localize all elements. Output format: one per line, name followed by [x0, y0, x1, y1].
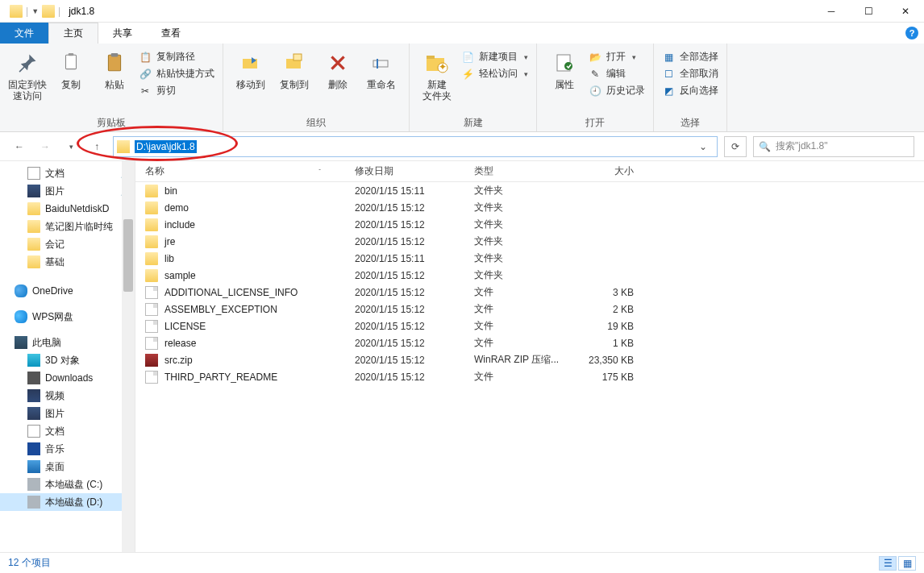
address-folder-icon [117, 140, 130, 153]
file-type: 文件夹 [464, 251, 564, 265]
address-bar[interactable]: D:\java\jdk1.8 ⌄ [113, 136, 718, 157]
tree-item[interactable]: 视频 [0, 387, 135, 405]
refresh-button[interactable]: ⟳ [724, 136, 747, 157]
tree-item[interactable]: 文档 [0, 422, 135, 440]
address-dropdown-icon[interactable]: ⌄ [693, 141, 714, 152]
table-row[interactable]: demo2020/1/15 15:12文件夹 [135, 199, 924, 216]
table-row[interactable]: bin2020/1/15 15:11文件夹 [135, 182, 924, 199]
navigation-tree[interactable]: 文档📌图片📌BaiduNetdiskD笔记图片临时纯会记基础 OneDrive … [0, 161, 135, 552]
cut-button[interactable]: ✂剪切 [139, 84, 214, 98]
tree-onedrive[interactable]: OneDrive [0, 282, 135, 300]
table-row[interactable]: ASSEMBLY_EXCEPTION2020/1/15 15:12文件2 KB [135, 301, 924, 318]
tree-this-pc[interactable]: 此电脑 [0, 334, 135, 351]
tree-item[interactable]: 3D 对象 [0, 351, 135, 369]
tree-item[interactable]: Downloads [0, 369, 135, 387]
new-folder-button[interactable]: ✦ 新建 文件夹 [418, 47, 456, 102]
new-item-button[interactable]: 📄新建项目▾ [461, 50, 528, 64]
file-icon [145, 354, 158, 367]
view-details-button[interactable]: ☰ [879, 556, 897, 571]
tree-item[interactable]: BaiduNetdiskD [0, 200, 135, 218]
tree-item-icon [27, 460, 40, 473]
window-title: jdk1.8 [69, 6, 94, 17]
delete-button[interactable]: 删除 [318, 47, 357, 90]
tree-item-label: 视频 [45, 389, 65, 403]
back-button[interactable]: ← [10, 137, 29, 156]
up-button[interactable]: ↑ [87, 137, 106, 156]
scroll-thumb[interactable] [123, 219, 133, 292]
copy-to-icon [281, 50, 307, 76]
forward-button[interactable]: → [35, 137, 55, 156]
col-header-name[interactable]: 名称 ˆ [135, 164, 345, 178]
sort-indicator-icon: ˆ [318, 168, 321, 175]
tab-share[interactable]: 共享 [98, 23, 147, 44]
table-row[interactable]: src.zip2020/1/15 15:12WinRAR ZIP 压缩...23… [135, 351, 924, 368]
col-header-size[interactable]: 大小 [564, 164, 645, 178]
tree-item[interactable]: 本地磁盘 (D:) [0, 493, 135, 511]
tree-item[interactable]: 笔记图片临时纯 [0, 218, 135, 235]
history-button[interactable]: 🕘历史记录 [589, 84, 645, 98]
tab-home[interactable]: 主页 [48, 23, 98, 44]
tree-scrollbar[interactable] [122, 161, 135, 552]
col-header-date[interactable]: 修改日期 [345, 164, 464, 178]
tree-item[interactable]: 桌面 [0, 458, 135, 475]
tree-item[interactable]: 会记 [0, 235, 135, 253]
rename-button[interactable]: 重命名 [362, 47, 401, 90]
file-size: 3 KB [564, 287, 645, 298]
table-row[interactable]: sample2020/1/15 15:12文件夹 [135, 267, 924, 284]
minimize-button[interactable]: ─ [813, 0, 850, 23]
properties-icon [551, 50, 577, 76]
file-icon [145, 252, 158, 265]
tree-item[interactable]: 基础 [0, 253, 135, 271]
search-box[interactable]: 🔍 搜索"jdk1.8" [753, 136, 914, 157]
table-row[interactable]: ADDITIONAL_LICENSE_INFO2020/1/15 15:12文件… [135, 284, 924, 301]
file-size: 19 KB [564, 321, 645, 332]
paste-button[interactable]: 粘贴 [95, 47, 134, 90]
table-row[interactable]: LICENSE2020/1/15 15:12文件19 KB [135, 318, 924, 334]
tab-file[interactable]: 文件 [0, 23, 48, 44]
invert-selection-button[interactable]: ◩反向选择 [662, 84, 718, 98]
col-header-type[interactable]: 类型 [464, 164, 564, 178]
tree-item[interactable]: 音乐 [0, 440, 135, 458]
table-row[interactable]: release2020/1/15 15:12文件1 KB [135, 334, 924, 351]
file-type: 文件夹 [464, 268, 564, 282]
group-open: 属性 📂打开▾ ✎编辑 🕘历史记录 打开 [537, 44, 654, 131]
easy-access-button[interactable]: ⚡轻松访问▾ [461, 67, 528, 81]
table-row[interactable]: lib2020/1/15 15:11文件夹 [135, 250, 924, 267]
tree-wps[interactable]: WPS网盘 [0, 308, 135, 326]
maximize-button[interactable]: ☐ [850, 0, 887, 23]
copy-path-button[interactable]: 📋复制路径 [139, 50, 214, 64]
easy-access-icon: ⚡ [461, 68, 474, 81]
paste-shortcut-button[interactable]: 🔗粘贴快捷方式 [139, 67, 214, 81]
select-none-button[interactable]: ☐全部取消 [662, 67, 718, 81]
file-type: 文件夹 [464, 184, 564, 197]
move-to-button[interactable]: 移动到 [231, 47, 270, 90]
qat-chevron-icon[interactable]: ▼ [31, 7, 39, 15]
pin-to-quick-access-button[interactable]: 固定到快 速访问 [8, 47, 47, 102]
help-button[interactable]: ? [900, 23, 924, 44]
copy-icon [58, 50, 84, 76]
copy-button[interactable]: 复制 [52, 47, 90, 90]
copy-to-button[interactable]: 复制到 [275, 47, 314, 90]
paste-icon [102, 50, 127, 76]
copy-path-icon: 📋 [139, 51, 152, 64]
file-name: jre [164, 236, 175, 247]
properties-button[interactable]: 属性 [545, 47, 584, 90]
chevron-down-icon: ▾ [524, 70, 528, 78]
tree-item[interactable]: 文档📌 [0, 164, 135, 182]
qat-folder-icon[interactable] [42, 5, 55, 18]
tree-item[interactable]: 图片 [0, 405, 135, 422]
tree-item[interactable]: 图片📌 [0, 182, 135, 200]
tab-view[interactable]: 查看 [147, 23, 195, 44]
tree-item[interactable]: 本地磁盘 (C:) [0, 475, 135, 493]
address-path[interactable]: D:\java\jdk1.8 [135, 140, 197, 153]
tree-item-icon [27, 478, 40, 491]
edit-button[interactable]: ✎编辑 [589, 67, 645, 81]
close-button[interactable]: ✕ [887, 0, 924, 23]
select-all-button[interactable]: ▦全部选择 [662, 50, 718, 64]
view-icons-button[interactable]: ▦ [898, 556, 916, 571]
recent-locations-button[interactable]: ▾ [61, 137, 81, 156]
open-button[interactable]: 📂打开▾ [589, 50, 645, 64]
table-row[interactable]: THIRD_PARTY_README2020/1/15 15:12文件175 K… [135, 368, 924, 385]
table-row[interactable]: include2020/1/15 15:12文件夹 [135, 216, 924, 233]
table-row[interactable]: jre2020/1/15 15:12文件夹 [135, 233, 924, 250]
